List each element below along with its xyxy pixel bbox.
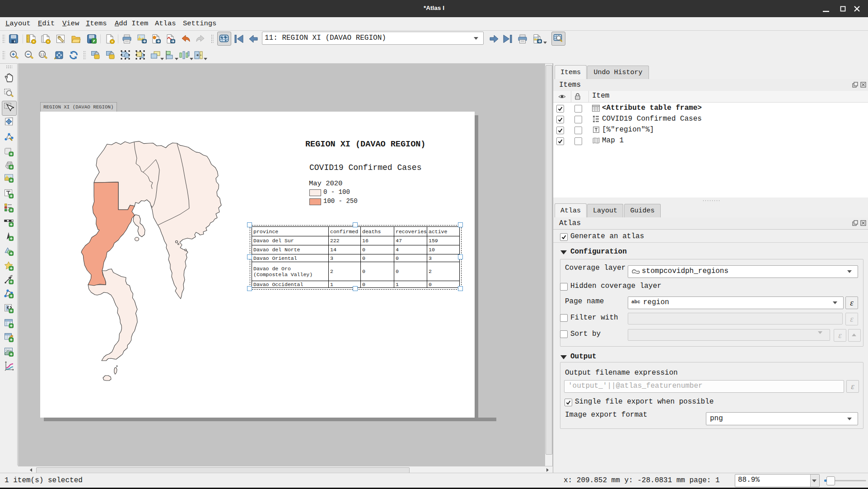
- svg-text:1:1: 1:1: [40, 53, 44, 56]
